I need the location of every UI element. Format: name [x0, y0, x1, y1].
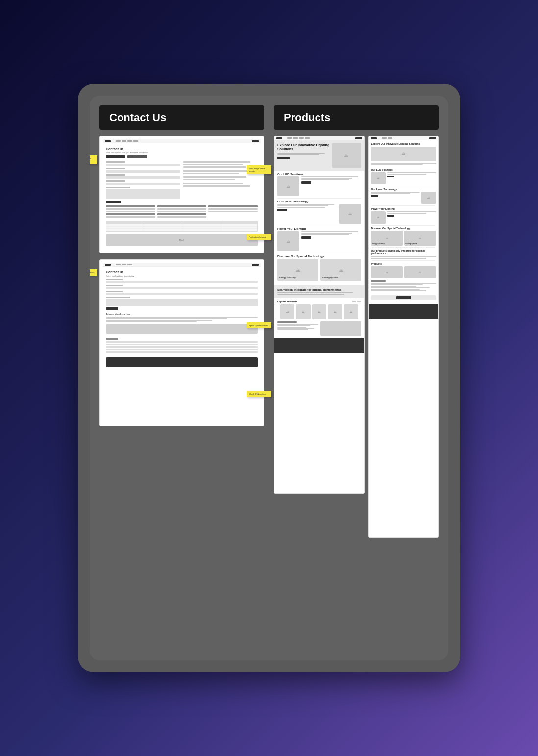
wf-office-text-3a: [208, 208, 258, 209]
wf-faq-items: [106, 341, 258, 353]
wf-card-energy: Energy Efficiency: [277, 259, 318, 281]
wf-explore-section: Explore Products: [274, 300, 364, 319]
wf-laser-img-2: ⛰: [421, 192, 436, 204]
wf-specs-right: [320, 321, 362, 336]
wf-text-9: [183, 185, 250, 187]
wf-power-2-desc-2: [387, 213, 426, 214]
wf-specs-section: [274, 321, 364, 336]
wf-spec-line-2: [371, 284, 423, 285]
wf-map-label: MAP: [179, 239, 185, 242]
wf-td-3-3: [182, 229, 220, 231]
wf-hero-image-2: ⛰: [371, 147, 436, 161]
wf-products-nav-btn: [355, 137, 362, 139]
wf-prod-thumb-2-2: ⛰: [404, 266, 436, 278]
wf-divider-1: [277, 198, 361, 199]
contact-header-label: Contact Us: [109, 111, 166, 124]
wf-office-title-3: [208, 205, 258, 207]
wf-link-3: [127, 140, 132, 142]
contact-wireframe-main[interactable]: Contact us We'd love to hear from you. F…: [99, 136, 264, 253]
wf-btn-row: [106, 155, 258, 158]
wf-cta-btn: [396, 296, 411, 299]
wf-small-map: [106, 324, 258, 334]
wf-specs-left: [277, 321, 318, 336]
wf-laser-title-2: Our Laser Technology: [371, 188, 436, 191]
wf-hero-title: Explore Our Innovative Lighting Solution…: [277, 143, 330, 151]
sticky-note-4: Product grid review: [247, 234, 271, 240]
wf-text-1: [183, 161, 250, 163]
wf-office-s-3: [106, 320, 212, 321]
contact-wireframe-large-wrapper: Add form validation here: [99, 136, 264, 253]
wf-link-s-1: [116, 264, 121, 265]
wf-cta-section-2: [369, 293, 438, 302]
wf-prod-divider-4: [372, 247, 435, 248]
wf-sf-textarea: [106, 299, 258, 306]
wf-contact-title: Contact us: [106, 147, 258, 151]
wf-th-1: [106, 222, 144, 224]
wf-field-label-2: [106, 168, 125, 169]
wf-led-desc-1: [301, 176, 358, 177]
wf-text-5: [183, 173, 239, 174]
wf-products-logo-2: [371, 137, 377, 139]
wf-office-text-2b: [157, 209, 207, 210]
wf-led-2: Our LED Solutions ⛰: [369, 168, 438, 184]
wf-th-2: [144, 222, 181, 224]
wf-led-row-2: ⛰: [371, 172, 436, 184]
wf-led-btn: [301, 181, 311, 184]
wf-thumb-3: [312, 304, 326, 319]
contact-wireframe-secondary[interactable]: Contact us Get in touch with our team to…: [99, 259, 264, 426]
sticky-note-2-wrapper: Update office locations: [99, 259, 264, 426]
wf-spec-image: [320, 321, 362, 336]
wf-products-nav: [274, 136, 364, 140]
wf-led-desc-2: [301, 178, 352, 179]
wf-op-desc-2: [371, 258, 426, 259]
wf-office-text-1c: [106, 211, 155, 212]
wf-office-empty: [208, 213, 258, 218]
wf-products-thumbs-grid: [277, 304, 361, 319]
wf-links: [116, 140, 138, 142]
wf-cta-box: [371, 295, 436, 300]
wf-prod-link-1: [287, 137, 292, 139]
wf-spec-lines: [371, 283, 436, 291]
wf-laser-desc-3: [277, 207, 325, 208]
wf-explore-pagination: [352, 301, 361, 302]
wf-led-img-2: ⛰: [371, 172, 386, 184]
wf-sf-field-3: [106, 293, 258, 295]
wf-power-row-2: ⛰: [371, 211, 436, 224]
wf-office-text-1a: [106, 208, 155, 209]
wf-spec-line-1: [371, 283, 436, 284]
wf-led-img-icon: ⛰: [377, 176, 380, 179]
wf-office-s-1: [106, 317, 258, 318]
wf-led-row: [274, 176, 364, 196]
wf-map: MAP: [106, 234, 258, 246]
wf-contact-subtitle: We'd love to hear from you. Fill in the …: [106, 151, 258, 154]
products-wireframe-secondary[interactable]: Explore Our Innovative Lighting Solution…: [368, 136, 439, 538]
wf-prod-divider-3: [372, 225, 435, 226]
wf-field-label-1: [106, 161, 125, 163]
wf-card-cooling-icon: ⛰: [419, 237, 422, 240]
wf-hero-title-2: Explore Our Innovative Lighting Solution…: [371, 142, 436, 146]
wf-office-text-5b: [157, 217, 207, 218]
wf-field-2: [106, 170, 180, 173]
wf-laser-image: [339, 204, 361, 224]
wf-td-3-1: [106, 229, 144, 231]
wf-text-7: [183, 179, 235, 180]
wf-sf-label-3: [106, 291, 123, 292]
sticky-note-5: Specs update needed: [247, 322, 271, 328]
wf-divider-4: [277, 283, 361, 283]
wf-secondary-form: [106, 279, 258, 310]
columns-container: Contact Us Add form validation here: [99, 105, 439, 651]
wf-sf-submit: [106, 307, 118, 310]
wf-prod-link-2: [293, 137, 298, 139]
wf-laser-title: Our Laser Technology: [274, 200, 364, 203]
wf-office-grid-2: [106, 213, 258, 218]
wf-secondary-subtitle: Get in touch with our team today: [106, 275, 258, 277]
products-wireframe-main[interactable]: Explore Our Innovative Lighting Solution…: [274, 136, 365, 494]
wf-office-3: [208, 205, 258, 212]
wf-hero-desc-1: [277, 153, 325, 154]
wf-btn-1: [106, 155, 125, 158]
wf-hero-img-icon: ⛰: [402, 151, 406, 156]
wf-nav-btn-s: [252, 264, 259, 266]
wf-faq-title: [106, 338, 118, 340]
wf-laser-2-desc-2: [371, 193, 410, 194]
wf-power-desc-2: [301, 233, 352, 234]
